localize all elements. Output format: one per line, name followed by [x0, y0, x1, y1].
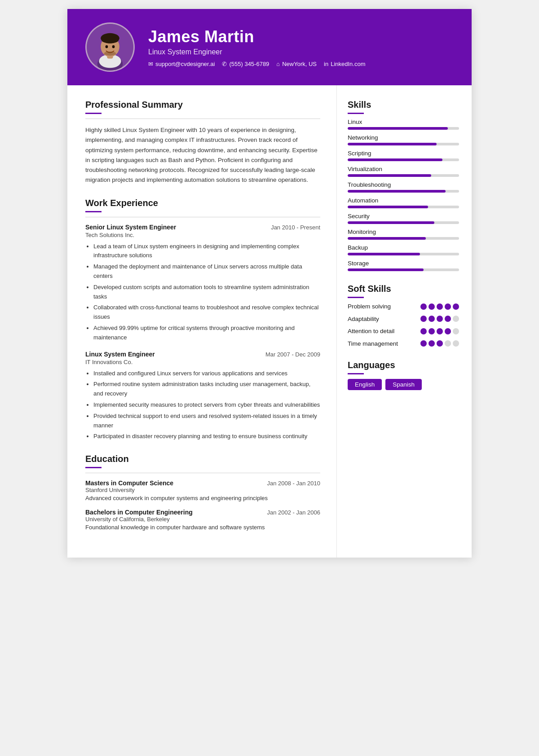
dot [445, 328, 451, 334]
skill-name: Networking [348, 134, 459, 141]
soft-skills-section: Soft Skills Problem solving Adaptability… [348, 284, 459, 347]
education-underline [85, 467, 102, 468]
job-2-title: Linux System Engineer [85, 351, 155, 358]
skill-name: Monitoring [348, 229, 459, 235]
edu-1-desc: Advanced coursework in computer systems … [85, 495, 320, 501]
skill-item: Troubleshooting [348, 181, 459, 193]
dot [453, 316, 459, 322]
job-2-bullets: Installed and configured Linux servers f… [85, 369, 320, 442]
experience-underline [85, 211, 102, 212]
soft-skill-item: Attention to detail [348, 327, 459, 335]
dot [437, 303, 443, 310]
dot [453, 328, 459, 334]
job-1-date: Jan 2010 - Present [271, 224, 320, 231]
skill-bar [348, 158, 459, 161]
edu-2: Bachelors in Computer Engineering Jan 20… [85, 509, 320, 531]
education-section: Education Masters in Computer Science Ja… [85, 454, 320, 531]
skill-name: Troubleshooting [348, 181, 459, 188]
skills-container: Linux Networking Scripting Virtualizatio… [348, 119, 459, 271]
language-tag: English [348, 379, 382, 390]
skill-name: Backup [348, 244, 459, 251]
linkedin-icon: in [324, 61, 328, 67]
dots [420, 316, 459, 322]
languages-title: Languages [348, 360, 459, 370]
svg-point-6 [102, 36, 119, 43]
soft-skills-underline [348, 297, 364, 298]
contact-row: ✉ support@cvdesigner.ai ✆ (555) 345-6789… [148, 61, 365, 67]
soft-skill-item: Adaptability [348, 315, 459, 323]
job-2-company: IT Innovations Co. [85, 359, 320, 365]
skills-underline [348, 113, 364, 114]
list-item: Implemented security measures to protect… [93, 400, 320, 410]
skill-item: Security [348, 213, 459, 224]
edu-1-school: Stanford University [85, 487, 320, 493]
soft-skill-name: Time management [348, 340, 398, 348]
soft-skills-container: Problem solving Adaptability Attention t… [348, 303, 459, 347]
dot [429, 340, 435, 347]
dot [445, 303, 451, 310]
main-content: Professional Summary Highly skilled Linu… [67, 85, 472, 558]
skill-bar [348, 237, 459, 240]
header-info: James Martin Linux System Engineer ✉ sup… [148, 27, 365, 67]
job-1-company: Tech Solutions Inc. [85, 232, 320, 238]
experience-section: Work Experience Senior Linux System Engi… [85, 198, 320, 442]
resume-header: James Martin Linux System Engineer ✉ sup… [67, 9, 472, 85]
edu-1-degree: Masters in Computer Science [85, 479, 173, 487]
job-title-header: Linux System Engineer [148, 48, 365, 56]
dot [420, 303, 427, 310]
job-1-bullets: Lead a team of Linux system engineers in… [85, 242, 320, 343]
location-icon: ⌂ [276, 61, 280, 67]
experience-title: Work Experience [85, 198, 320, 208]
skill-item: Scripting [348, 150, 459, 161]
dot [437, 328, 443, 334]
language-tag: Spanish [385, 379, 422, 390]
edu-1: Masters in Computer Science Jan 2008 - J… [85, 479, 320, 501]
contact-email: ✉ support@cvdesigner.ai [148, 61, 215, 67]
dot [453, 340, 459, 347]
skill-bar-fill [348, 221, 434, 224]
list-item: Installed and configured Linux servers f… [93, 369, 320, 378]
soft-skill-name: Adaptability [348, 315, 379, 323]
dot [420, 328, 427, 334]
summary-title: Professional Summary [85, 100, 320, 110]
skill-bar-fill [348, 158, 442, 161]
skill-item: Networking [348, 134, 459, 145]
skill-bar [348, 143, 459, 145]
language-tags: EnglishSpanish [348, 379, 459, 390]
skill-name: Storage [348, 260, 459, 267]
dot [420, 340, 427, 347]
soft-skill-item: Time management [348, 340, 459, 348]
skill-bar-fill [348, 143, 437, 145]
dot [429, 316, 435, 322]
job-2-header: Linux System Engineer Mar 2007 - Dec 200… [85, 351, 320, 358]
list-item: Developed custom scripts and automation … [93, 283, 320, 302]
experience-divider [85, 217, 320, 217]
svg-point-7 [106, 45, 108, 48]
summary-divider [85, 119, 320, 119]
skill-name: Automation [348, 197, 459, 204]
job-2: Linux System Engineer Mar 2007 - Dec 200… [85, 351, 320, 442]
dots [420, 340, 459, 347]
list-item: Performed routine system administration … [93, 380, 320, 399]
education-title: Education [85, 454, 320, 464]
skill-name: Virtualization [348, 166, 459, 172]
phone-icon: ✆ [222, 61, 227, 67]
skill-name: Linux [348, 119, 459, 125]
skill-bar [348, 174, 459, 177]
skill-bar-fill [348, 174, 431, 177]
skill-bar [348, 206, 459, 208]
edu-1-header: Masters in Computer Science Jan 2008 - J… [85, 479, 320, 487]
dot [453, 303, 459, 310]
skill-bar-fill [348, 206, 428, 208]
left-column: Professional Summary Highly skilled Linu… [67, 85, 337, 558]
skill-item: Linux [348, 119, 459, 130]
soft-skill-name: Problem solving [348, 303, 391, 311]
skill-name: Security [348, 213, 459, 220]
list-item: Participated in disaster recovery planni… [93, 432, 320, 441]
skill-item: Storage [348, 260, 459, 271]
edu-2-desc: Foundational knowledge in computer hardw… [85, 524, 320, 531]
svg-point-8 [112, 45, 115, 48]
dot [429, 328, 435, 334]
summary-text: Highly skilled Linux System Engineer wit… [85, 125, 320, 185]
job-2-date: Mar 2007 - Dec 2009 [265, 351, 320, 358]
